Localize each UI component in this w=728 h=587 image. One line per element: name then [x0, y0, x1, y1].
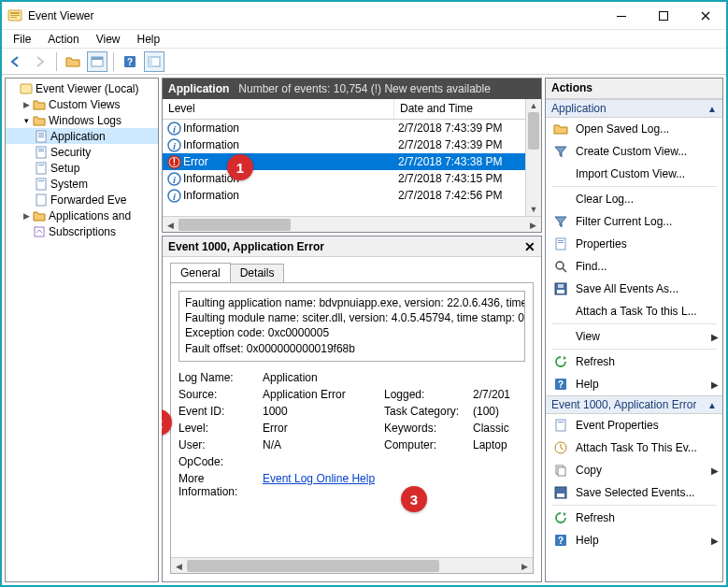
tree-setup[interactable]: Setup [6, 160, 158, 176]
maximize-button[interactable] [642, 2, 684, 30]
action-attach-task-event[interactable]: Attach Task To This Ev... [546, 437, 722, 459]
event-row[interactable]: iInformation 2/7/2018 7:43:39 PM [163, 136, 525, 153]
label-opcode: OpCode: [178, 455, 263, 468]
detail-title: Event 1000, Application Error [168, 240, 324, 253]
action-filter-current-log[interactable]: Filter Current Log... [546, 210, 722, 233]
log-icon [34, 193, 49, 208]
save-icon [553, 281, 568, 296]
event-row[interactable]: iInformation 2/7/2018 7:43:15 PM [163, 170, 525, 187]
value-keywords: Classic [473, 422, 529, 435]
tree-label: Forwarded Eve [50, 193, 126, 207]
actions-group-application[interactable]: Application▲ [546, 99, 722, 118]
help-icon: ? [553, 377, 568, 392]
column-level[interactable]: Level [163, 99, 394, 119]
event-list-vscroll[interactable]: ▲ ▼ [525, 99, 541, 216]
tree-apps-and-services[interactable]: ▶ Applications and [6, 208, 158, 223]
task-icon [553, 440, 568, 455]
action-attach-task[interactable]: Attach a Task To this L... [546, 300, 722, 322]
tab-details[interactable]: Details [230, 264, 285, 283]
label-computer: Computer: [384, 438, 473, 451]
back-button[interactable] [6, 51, 26, 72]
scroll-down-icon[interactable]: ▼ [526, 203, 541, 216]
scroll-left-icon[interactable]: ◀ [163, 217, 178, 232]
svg-rect-24 [36, 194, 46, 206]
menu-action[interactable]: Action [40, 31, 86, 48]
label-source: Source: [178, 388, 263, 401]
tree-forwarded[interactable]: Forwarded Eve [6, 192, 158, 208]
minimize-button[interactable] [600, 2, 642, 30]
label-more-info: More Information: [178, 472, 263, 498]
action-view[interactable]: View▶ [546, 325, 722, 348]
properties-icon [553, 418, 568, 433]
event-list-header: Application Number of events: 10,754 (!)… [163, 79, 541, 99]
folder-icon[interactable] [63, 51, 83, 72]
tree-system[interactable]: System [6, 176, 158, 192]
svg-rect-12 [21, 84, 32, 93]
event-row-selected[interactable]: !Error 2/7/2018 7:43:38 PM [163, 153, 525, 170]
tree-subscriptions[interactable]: Subscriptions [6, 223, 158, 239]
action-open-saved-log[interactable]: Open Saved Log... [546, 118, 722, 140]
label-event-id: Event ID: [178, 405, 263, 418]
actions-group-event[interactable]: Event 1000, Application Error▲ [546, 395, 722, 414]
event-list-panel: Application Number of events: 10,754 (!)… [162, 78, 542, 233]
menu-view[interactable]: View [89, 31, 128, 48]
tree-application[interactable]: Application [6, 128, 158, 144]
event-log-online-help-link[interactable]: Event Log Online Help [263, 472, 375, 485]
svg-text:!: ! [172, 157, 175, 167]
tree-pane: Event Viewer (Local) ▶ Custom Views ▾ Wi… [5, 78, 159, 582]
scroll-left-icon[interactable]: ◀ [171, 558, 187, 574]
svg-rect-2 [10, 15, 20, 16]
panes-toolbar-button[interactable] [144, 51, 164, 72]
action-copy[interactable]: Copy▶ [546, 459, 722, 481]
label-user: User: [178, 438, 263, 451]
action-create-custom-view[interactable]: Create Custom View... [546, 140, 722, 163]
action-properties[interactable]: Properties [546, 233, 722, 255]
help-icon: ? [553, 533, 568, 548]
action-refresh-event[interactable]: Refresh [546, 507, 722, 529]
scroll-up-icon[interactable]: ▲ [526, 99, 541, 112]
scroll-thumb[interactable] [528, 112, 539, 150]
column-date[interactable]: Date and Time [394, 99, 541, 119]
tree-security[interactable]: Security [6, 144, 158, 160]
event-list-rows: iInformation 2/7/2018 7:43:39 PM iInform… [163, 120, 541, 216]
svg-rect-21 [38, 165, 44, 165]
svg-rect-15 [38, 135, 44, 136]
event-list-hscroll[interactable]: ◀ ▶ [163, 216, 541, 232]
action-event-properties[interactable]: Event Properties [546, 414, 722, 437]
detail-hscroll[interactable]: ◀ ▶ [171, 557, 533, 573]
event-row[interactable]: iInformation 2/7/2018 7:43:39 PM [163, 120, 525, 136]
tree-label: System [50, 178, 88, 191]
close-button[interactable] [684, 2, 726, 30]
help-toolbar-button[interactable]: ? [120, 51, 140, 72]
tree-custom-views[interactable]: ▶ Custom Views [6, 96, 158, 112]
svg-point-40 [556, 262, 564, 269]
tab-general[interactable]: General [170, 263, 231, 282]
menu-help[interactable]: Help [130, 31, 168, 48]
action-help[interactable]: ?Help▶ [546, 373, 722, 395]
action-save-all-events[interactable]: Save All Events As... [546, 278, 722, 300]
menu-file[interactable]: File [6, 31, 38, 48]
folder-icon [32, 113, 47, 128]
filter-icon [553, 144, 568, 159]
event-row[interactable]: iInformation 2/7/2018 7:42:56 PM [163, 187, 525, 204]
properties-toolbar-button[interactable] [87, 51, 107, 72]
forward-button[interactable] [30, 51, 50, 72]
scroll-right-icon[interactable]: ▶ [517, 558, 533, 574]
tree-root[interactable]: Event Viewer (Local) [6, 80, 158, 96]
close-detail-button[interactable]: ✕ [524, 239, 535, 254]
action-import-custom-view[interactable]: Import Custom View... [546, 163, 722, 185]
scroll-thumb[interactable] [178, 219, 291, 231]
scroll-thumb[interactable] [187, 560, 439, 572]
svg-rect-46 [556, 420, 565, 431]
action-clear-log[interactable]: Clear Log... [546, 188, 722, 210]
action-save-selected[interactable]: Save Selected Events... [546, 481, 722, 504]
action-find[interactable]: Find... [546, 255, 722, 278]
tree-windows-logs[interactable]: ▾ Windows Logs [6, 112, 158, 128]
action-help-event[interactable]: ?Help▶ [546, 529, 722, 551]
action-refresh[interactable]: Refresh [546, 351, 722, 373]
titlebar: Event Viewer [2, 2, 726, 30]
folder-icon [32, 208, 47, 223]
copy-icon [553, 463, 568, 478]
scroll-right-icon[interactable]: ▶ [525, 217, 541, 232]
collapse-icon: ▲ [707, 104, 717, 114]
